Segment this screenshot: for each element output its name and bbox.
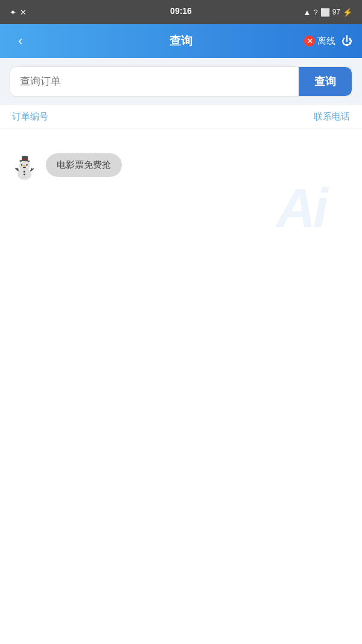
chat-bubble[interactable]: 电影票免费抢 <box>46 153 122 177</box>
chat-area: ⛄ 电影票免费抢 <box>10 153 352 182</box>
search-button[interactable]: 查询 <box>299 67 352 96</box>
filter-phone[interactable]: 联系电话 <box>314 111 350 123</box>
search-input[interactable] <box>10 67 299 96</box>
bluetooth-icon: ✦ <box>10 8 16 17</box>
wifi-icon: ▲ <box>303 8 311 17</box>
snowman-avatar: ⛄ <box>10 153 39 182</box>
filter-row: 订单编号 联系电话 <box>0 105 362 129</box>
offline-dot-icon: ✕ <box>304 36 315 46</box>
charging-icon: ⚡ <box>343 8 352 17</box>
offline-badge: ✕ 离线 <box>304 36 335 47</box>
power-button[interactable]: ⏻ <box>341 35 352 48</box>
search-area: 查询 <box>0 58 362 105</box>
status-left-icons: ✦ ✕ <box>10 8 27 17</box>
navbar: ‹ 查询 ✕ 离线 ⏻ <box>0 24 362 58</box>
search-box: 查询 <box>10 66 352 97</box>
filter-order-number[interactable]: 订单编号 <box>12 111 48 123</box>
signal-icon: ? <box>313 8 317 17</box>
mute-icon: ✕ <box>20 8 27 17</box>
offline-label: 离线 <box>317 36 335 47</box>
status-bar: ✦ ✕ 09:16 ▲ ? ⬜ 97 ⚡ <box>0 0 362 24</box>
status-right-icons: ▲ ? ⬜ 97 ⚡ <box>303 8 352 17</box>
navbar-right: ✕ 离线 ⏻ <box>304 35 352 48</box>
ai-watermark: Ai <box>276 177 326 240</box>
status-time: 09:16 <box>170 6 192 16</box>
back-button[interactable]: ‹ <box>10 33 31 49</box>
battery-icon: ⬜ <box>320 8 330 17</box>
main-content: Ai ⛄ 电影票免费抢 <box>0 129 362 552</box>
battery-level: 97 <box>332 8 340 16</box>
page-title: 查询 <box>170 24 192 58</box>
